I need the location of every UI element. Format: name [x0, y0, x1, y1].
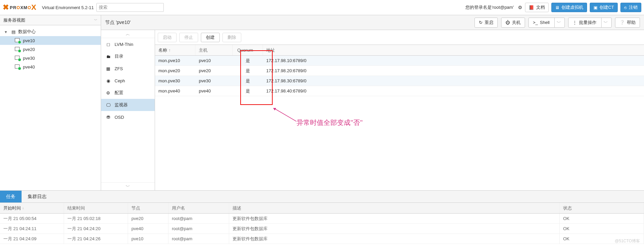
view-label: 服务器视图: [3, 17, 25, 23]
tab-tasks[interactable]: 任务: [0, 191, 22, 202]
logo-text: PR: [10, 5, 17, 10]
tree-node-pve20[interactable]: pve20: [0, 45, 101, 54]
table-row[interactable]: mon.pve40pve40是172.17.98.40:6789/0: [155, 86, 644, 96]
shutdown-button[interactable]: ⏻关机: [501, 18, 525, 28]
disk-icon: ⛃: [105, 115, 111, 120]
create-button[interactable]: 创建: [201, 33, 220, 42]
restart-button[interactable]: ↻重启: [474, 18, 498, 28]
cell-addr: 172.17.98.20:6789/0: [263, 66, 644, 76]
delete-button: 删除: [222, 33, 241, 42]
col-address[interactable]: 地址: [263, 45, 644, 55]
nav-monitor[interactable]: 🖵监视器: [101, 99, 155, 111]
refresh-icon: ↻: [479, 20, 483, 25]
table-row[interactable]: mon.pve20pve20是172.17.98.20:6789/0: [155, 66, 644, 76]
list-icon: ⋮: [573, 20, 577, 25]
cell-end: 一月 21 04:24:20: [64, 224, 128, 234]
nav-osd[interactable]: ⛃OSD: [101, 111, 155, 123]
cell-start: 一月 21 04:24:09: [0, 234, 64, 244]
log-row[interactable]: 一月 21 04:24:11一月 21 04:24:20pve40root@pa…: [0, 224, 644, 234]
login-label: 您的登录名是'root@pam': [465, 4, 514, 10]
nav-directory[interactable]: 🖿目录: [101, 50, 155, 62]
cell-quorum: 是: [233, 66, 263, 76]
nav-ceph[interactable]: ◉Ceph: [101, 75, 155, 87]
nav-label: ZFS: [115, 66, 123, 71]
node-titlebar: 节点 'pve10' ↻重启 ⏻关机 >_Shell﹀ ⋮批量操作﹀ ❔帮助: [101, 15, 644, 30]
logo-text: O: [17, 5, 20, 10]
restart-label: 重启: [485, 20, 493, 26]
scroll-down-icon[interactable]: ﹀: [101, 182, 155, 190]
search-input[interactable]: 搜索: [96, 3, 164, 12]
nav-zfs[interactable]: ▦ZFS: [101, 62, 155, 75]
create-ct-button[interactable]: ▣创建CT: [590, 3, 618, 12]
cell-user: root@pam: [168, 224, 229, 234]
tab-clusterlog[interactable]: 集群日志: [22, 191, 53, 202]
cell-quorum: 是: [233, 56, 263, 65]
view-selector[interactable]: 服务器视图 ﹀: [0, 15, 101, 25]
col-status[interactable]: 状态: [560, 203, 644, 213]
cell-start: 一月 21 05:00:54: [0, 214, 64, 223]
grid-header: 名称↑ 主机 Quorum 地址: [155, 45, 644, 56]
monitor-icon: 🖵: [105, 103, 111, 108]
nav-label: 配置: [115, 90, 123, 96]
annotation-text: 异常时值全部变成"否": [297, 118, 363, 127]
tree-node-pve30[interactable]: pve30: [0, 54, 101, 62]
col-start[interactable]: 开始时间↓: [0, 203, 64, 213]
cell-addr: 172.17.98.10:6789/0: [263, 56, 644, 65]
nav-label: Ceph: [115, 78, 125, 83]
monitor-toolbar: 启动 停止 创建 删除: [155, 30, 644, 45]
col-name[interactable]: 名称↑: [155, 45, 195, 55]
shell-button[interactable]: >_Shell﹀: [528, 18, 565, 28]
resource-tree: ▾ ▤ 数据中心 pve10 pve20 pve30 pve40: [0, 25, 101, 73]
cell-name: mon.pve20: [155, 66, 195, 76]
tree-datacenter[interactable]: ▾ ▤ 数据中心: [0, 27, 101, 36]
cell-host: pve40: [195, 86, 233, 96]
table-row[interactable]: mon.pve10pve10是172.17.98.10:6789/0: [155, 56, 644, 66]
col-user[interactable]: 用户名: [168, 203, 229, 213]
bulk-button[interactable]: ⋮批量操作﹀: [568, 18, 612, 28]
log-row[interactable]: 一月 21 04:24:09一月 21 04:24:26pve10root@pa…: [0, 234, 644, 244]
tree-node-pve10[interactable]: pve10: [0, 36, 101, 45]
monitor-grid: 名称↑ 主机 Quorum 地址 mon.pve10pve10是172.17.9…: [155, 45, 644, 96]
log-header: 开始时间↓ 结束时间 节点 用户名 描述 状态: [0, 203, 644, 214]
col-node[interactable]: 节点: [128, 203, 168, 213]
sub-navigation: ︿ ◻LVM-Thin 🖿目录 ▦ZFS ◉Ceph ⚙配置 🖵监视器 ⛃OSD…: [101, 30, 155, 190]
cell-stat: OK: [560, 224, 644, 234]
book-icon: 📕: [529, 5, 534, 10]
col-quorum[interactable]: Quorum: [233, 45, 263, 55]
nav-lvm-thin[interactable]: ◻LVM-Thin: [101, 38, 155, 50]
chevron-down-icon[interactable]: ﹀: [601, 18, 610, 27]
datacenter-label: 数据中心: [18, 29, 36, 35]
logout-icon: ⎋: [624, 5, 627, 10]
create-vm-button[interactable]: 🖥创建虚拟机: [551, 3, 587, 12]
help-button[interactable]: ❔帮助: [615, 18, 640, 28]
log-row[interactable]: 一月 21 05:00:54一月 21 05:02:18pve20root@pa…: [0, 214, 644, 224]
nav-config[interactable]: ⚙配置: [101, 87, 155, 99]
sort-desc-icon: ↓: [22, 206, 24, 210]
docs-button[interactable]: 📕文档: [525, 3, 549, 12]
cell-name: mon.pve40: [155, 86, 195, 96]
folder-icon: 🖿: [105, 54, 111, 59]
cell-desc: 更新软件包数据库: [229, 234, 560, 244]
cell-quorum: 是: [233, 86, 263, 96]
col-end[interactable]: 结束时间: [64, 203, 128, 213]
create-vm-label: 创建虚拟机: [561, 4, 583, 10]
col-desc[interactable]: 描述: [229, 203, 560, 213]
col-host[interactable]: 主机: [195, 45, 233, 55]
power-icon: ⏻: [505, 20, 510, 25]
log-tabs: 任务 集群日志: [0, 191, 644, 203]
chevron-down-icon[interactable]: ﹀: [554, 18, 563, 27]
cell-node: pve20: [128, 214, 168, 223]
sort-asc-icon: ↑: [168, 48, 171, 53]
grid-icon: ▦: [105, 66, 111, 71]
server-ok-icon: [15, 64, 20, 69]
server-ok-icon: [15, 56, 20, 60]
tree-node-pve40[interactable]: pve40: [0, 62, 101, 71]
scroll-up-icon[interactable]: ︿: [101, 30, 155, 38]
node-label: pve40: [23, 64, 35, 70]
node-label: pve30: [23, 56, 35, 61]
logout-button[interactable]: ⎋注销: [620, 3, 641, 12]
cell-addr: 172.17.98.30:6789/0: [263, 76, 644, 86]
content-area: 节点 'pve10' ↻重启 ⏻关机 >_Shell﹀ ⋮批量操作﹀ ❔帮助 ︿…: [101, 15, 644, 190]
table-row[interactable]: mon.pve30pve30是172.17.98.30:6789/0: [155, 76, 644, 86]
gear-icon[interactable]: ⚙: [518, 5, 522, 10]
